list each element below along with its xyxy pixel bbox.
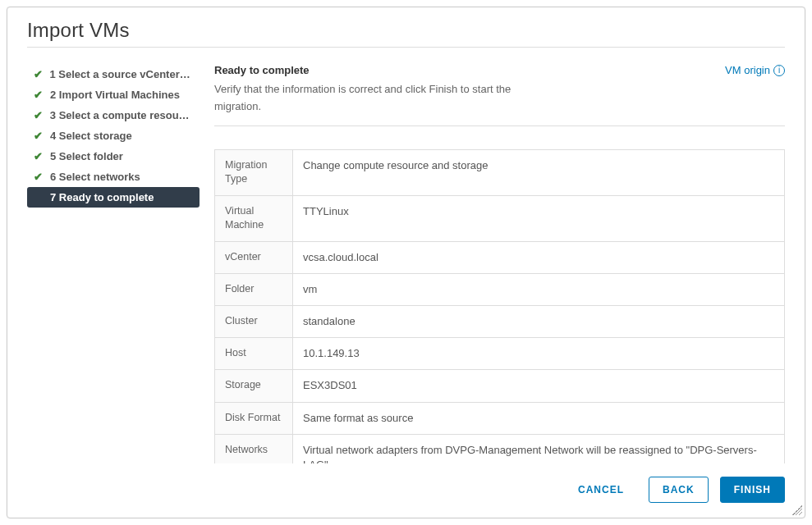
dialog-footer: CANCEL BACK FINISH (7, 463, 805, 518)
summary-value-cluster: standalone (293, 305, 785, 337)
content-description: Verify that the information is correct a… (214, 81, 559, 116)
step-label: 6 Select networks (50, 171, 140, 183)
table-row: Disk Format Same format as source (215, 402, 785, 434)
step-5-select-folder[interactable]: ✔ 5 Select folder (27, 146, 200, 167)
check-icon: ✔ (34, 171, 45, 182)
summary-value-storage: ESX3DS01 (293, 370, 785, 402)
summary-key-networks: Networks (215, 434, 293, 463)
step-label: 3 Select a compute resource (50, 109, 193, 121)
table-row: Migration Type Change compute resource a… (215, 149, 785, 195)
table-row: Folder vm (215, 273, 785, 305)
check-icon: ✔ (34, 130, 45, 141)
summary-key-cluster: Cluster (215, 305, 293, 337)
table-row: vCenter vcsa.cloud.local (215, 241, 785, 273)
table-row: Networks Virtual network adapters from D… (215, 434, 785, 463)
step-7-ready-to-complete[interactable]: ✔ 7 Ready to complete (27, 187, 200, 208)
check-icon: ✔ (34, 110, 45, 121)
wizard-content: Ready to complete Verify that the inform… (214, 54, 785, 463)
vm-origin-link[interactable]: VM origin i (725, 64, 785, 76)
dialog-title: Import VMs (27, 19, 785, 48)
summary-key-vcenter: vCenter (215, 241, 293, 273)
finish-button[interactable]: FINISH (720, 477, 785, 503)
dialog-body: ✔ 1 Select a source vCenter S... ✔ 2 Imp… (7, 54, 805, 463)
table-row: Cluster standalone (215, 305, 785, 337)
summary-key-folder: Folder (215, 273, 293, 305)
table-row: Storage ESX3DS01 (215, 370, 785, 402)
step-6-select-networks[interactable]: ✔ 6 Select networks (27, 167, 200, 187)
content-header: Ready to complete Verify that the inform… (214, 64, 785, 126)
summary-key-host: Host (215, 338, 293, 370)
summary-value-folder: vm (293, 273, 785, 305)
table-row: Host 10.1.149.13 (215, 338, 785, 370)
content-title: Ready to complete (214, 64, 559, 76)
summary-table: Migration Type Change compute resource a… (214, 149, 785, 463)
summary-key-disk-format: Disk Format (215, 402, 293, 434)
import-vms-dialog: Import VMs ✔ 1 Select a source vCenter S… (7, 7, 805, 518)
step-1-select-source-vcenter[interactable]: ✔ 1 Select a source vCenter S... (27, 64, 200, 84)
step-label: 2 Import Virtual Machines (50, 89, 180, 101)
resize-grip-icon[interactable] (792, 505, 802, 515)
step-4-select-storage[interactable]: ✔ 4 Select storage (27, 126, 200, 146)
back-button[interactable]: BACK (649, 477, 709, 503)
check-icon: ✔ (34, 89, 45, 100)
cancel-button[interactable]: CANCEL (565, 477, 637, 502)
summary-value-vcenter: vcsa.cloud.local (293, 241, 785, 273)
table-row: Virtual Machine TTYLinux (215, 195, 785, 241)
summary-value-disk-format: Same format as source (293, 402, 785, 434)
dialog-header: Import VMs (7, 7, 805, 54)
step-label: 5 Select folder (50, 150, 123, 162)
summary-key-virtual-machine: Virtual Machine (215, 195, 293, 241)
summary-value-host: 10.1.149.13 (293, 338, 785, 370)
step-label: 1 Select a source vCenter S... (49, 68, 193, 80)
check-icon: ✔ (34, 151, 45, 162)
summary-value-virtual-machine: TTYLinux (293, 195, 785, 241)
summary-value-migration-type: Change compute resource and storage (293, 149, 785, 195)
info-icon: i (773, 65, 785, 76)
summary-key-migration-type: Migration Type (215, 149, 293, 195)
summary-key-storage: Storage (215, 370, 293, 402)
step-label: 7 Ready to complete (50, 191, 154, 203)
step-3-select-compute-resource[interactable]: ✔ 3 Select a compute resource (27, 105, 200, 126)
check-icon: ✔ (34, 69, 44, 80)
step-2-import-virtual-machines[interactable]: ✔ 2 Import Virtual Machines (27, 84, 200, 105)
wizard-steps: ✔ 1 Select a source vCenter S... ✔ 2 Imp… (27, 54, 200, 463)
vm-origin-label: VM origin (725, 64, 770, 76)
step-label: 4 Select storage (50, 130, 132, 142)
summary-value-networks: Virtual network adapters from DVPG-Manag… (293, 434, 785, 463)
content-header-text: Ready to complete Verify that the inform… (214, 64, 559, 116)
